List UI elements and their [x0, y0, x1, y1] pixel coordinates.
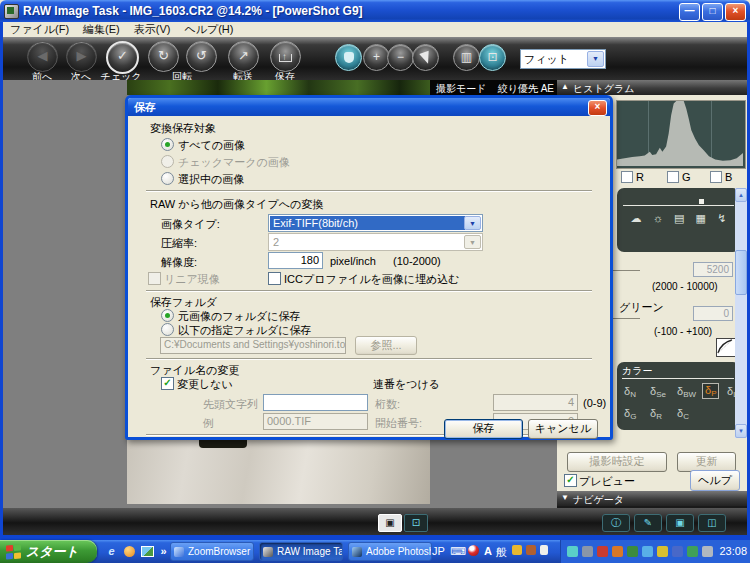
image-type-select[interactable]: Exif-TIFF(8bit/ch) ▼: [268, 214, 483, 232]
transfer-button[interactable]: ↗: [228, 41, 259, 72]
effect-red[interactable]: δR: [650, 407, 662, 421]
radio-original-folder[interactable]: [161, 309, 174, 322]
next-button[interactable]: ▶: [66, 41, 97, 72]
effect-label: Se: [656, 390, 666, 399]
zoom-in-button[interactable]: +: [363, 44, 390, 71]
menu-view[interactable]: 表示(V): [127, 22, 178, 37]
shooting-mode-label: 撮影モード: [436, 82, 486, 96]
scroll-thumb[interactable]: [735, 250, 747, 295]
rotate-right-button[interactable]: ↺: [186, 41, 217, 72]
select-tool-button[interactable]: [412, 44, 439, 71]
display-button[interactable]: ▣: [666, 514, 694, 532]
no-change-checkbox[interactable]: ✓: [161, 377, 174, 390]
ime-input-mode[interactable]: A: [484, 545, 492, 557]
effect-green[interactable]: δG: [624, 407, 636, 421]
window-title: RAW Image Task - IMG_1603.CR2 @14.2% - […: [23, 4, 363, 18]
edit-button[interactable]: ✎: [634, 514, 662, 532]
navigator-header[interactable]: ▼ ナビゲータ: [557, 491, 747, 506]
ime-palette-icon[interactable]: [512, 545, 522, 555]
tray-icon-alert[interactable]: [597, 546, 608, 557]
photo-quicklaunch-icon[interactable]: [140, 544, 155, 559]
multi-view-button[interactable]: ▥: [453, 44, 480, 71]
scroll-up-icon[interactable]: ▲: [735, 188, 747, 202]
task-zoombrowser[interactable]: ZoomBrowser ...: [170, 542, 254, 561]
channel-g[interactable]: G: [667, 171, 691, 183]
preview-checkbox[interactable]: ✓: [564, 474, 577, 487]
start-button[interactable]: スタート: [0, 540, 97, 563]
wb-tungsten-icon[interactable]: ☼: [653, 212, 663, 225]
wb-flash-icon[interactable]: ↯: [717, 212, 726, 225]
dialog-save-button[interactable]: 保存: [444, 419, 523, 439]
rotate-left-button[interactable]: ↻: [148, 41, 179, 72]
task-photoshop[interactable]: Adobe Photosh...: [348, 542, 432, 561]
single-view-button[interactable]: ▣: [378, 514, 402, 532]
zoom-out-button[interactable]: −: [387, 44, 414, 71]
tray-icon-user[interactable]: [567, 546, 578, 557]
dialog-cancel-button[interactable]: キャンセル: [528, 419, 598, 439]
ime-pad-icon[interactable]: [540, 545, 548, 555]
divider: [622, 378, 734, 379]
tone-curve-button[interactable]: [716, 338, 736, 357]
panel-scrollbar[interactable]: ▲ ▼: [735, 188, 747, 438]
tray-icon-display[interactable]: [642, 546, 653, 557]
wb-fluorescent-h-icon[interactable]: ▦: [696, 212, 706, 225]
radio-all-images[interactable]: [161, 138, 174, 151]
prefix-input[interactable]: [263, 394, 368, 411]
tray-icon-monitor[interactable]: [702, 546, 713, 557]
effect-bw[interactable]: δBW: [677, 385, 696, 399]
preview-view-button[interactable]: ⊡: [404, 514, 428, 532]
zoom-level-select[interactable]: フィット ▼: [520, 49, 606, 69]
tray-icon-update[interactable]: [612, 546, 623, 557]
menu-help[interactable]: ヘルプ(H): [177, 22, 240, 37]
minimize-button[interactable]: —: [679, 3, 700, 21]
tray-icon-messenger[interactable]: [687, 546, 698, 557]
quicklaunch-overflow-chevron[interactable]: »: [156, 544, 171, 559]
temperature-field[interactable]: 5200: [693, 262, 733, 277]
wb-cloudy-icon[interactable]: ☁: [631, 212, 642, 225]
radio-selected-images[interactable]: [161, 172, 174, 185]
menu-file[interactable]: ファイル(F): [3, 22, 76, 37]
start-number-label: 開始番号:: [375, 416, 422, 431]
save-button[interactable]: [270, 41, 301, 72]
prev-button[interactable]: ◀: [27, 41, 58, 72]
effect-custom[interactable]: δC: [677, 407, 689, 421]
dialog-close-button[interactable]: ×: [588, 100, 607, 116]
channel-r[interactable]: R: [621, 171, 644, 183]
close-button[interactable]: ×: [725, 3, 746, 21]
print-button[interactable]: ◫: [698, 514, 726, 532]
channel-b[interactable]: B: [710, 171, 732, 183]
task-raw-image-task[interactable]: RAW Image Ta...: [259, 542, 343, 561]
ie-quicklaunch-icon[interactable]: e: [104, 544, 119, 559]
scroll-down-icon[interactable]: ▼: [735, 424, 747, 438]
radio-specified-folder[interactable]: [161, 323, 174, 336]
ime-tools-icon[interactable]: [526, 545, 536, 555]
effect-label: R: [656, 412, 662, 421]
info-button[interactable]: ⓘ: [602, 514, 630, 532]
media-quicklaunch-icon[interactable]: [122, 544, 137, 559]
keyboard-icon[interactable]: ⌨: [450, 545, 466, 558]
ime-conversion-mode[interactable]: 般: [496, 545, 507, 560]
help-button[interactable]: ヘルプ: [690, 470, 740, 491]
tray-icon-safely-remove[interactable]: [672, 546, 683, 557]
histogram-header[interactable]: ▲ ヒストグラム: [557, 80, 747, 95]
hand-tool-button[interactable]: [335, 44, 362, 71]
green-field[interactable]: 0: [693, 306, 733, 321]
maximize-button[interactable]: □: [702, 3, 723, 21]
icc-checkbox[interactable]: [268, 272, 281, 285]
ime-ball-icon[interactable]: [468, 545, 479, 556]
menu-edit[interactable]: 編集(E): [76, 22, 127, 37]
wb-fluorescent-icon[interactable]: ▤: [674, 212, 684, 225]
full-screen-button[interactable]: ⊡: [479, 44, 506, 71]
shoot-settings-button[interactable]: 撮影時設定: [567, 452, 667, 472]
language-code[interactable]: JP: [432, 545, 445, 557]
tray-icon-network[interactable]: [582, 546, 593, 557]
update-button[interactable]: 更新: [677, 452, 736, 472]
effect-sepia[interactable]: δSe: [650, 385, 666, 399]
dialog-title-bar: 保存 ×: [128, 98, 610, 116]
resolution-input[interactable]: 180: [268, 252, 323, 269]
tray-icon-antivirus[interactable]: [627, 546, 638, 557]
effect-neutral[interactable]: δN: [624, 385, 636, 399]
effect-positive-active[interactable]: δP: [702, 383, 719, 399]
wb-slider-thumb[interactable]: [699, 199, 704, 204]
tray-icon-volume[interactable]: [657, 546, 668, 557]
